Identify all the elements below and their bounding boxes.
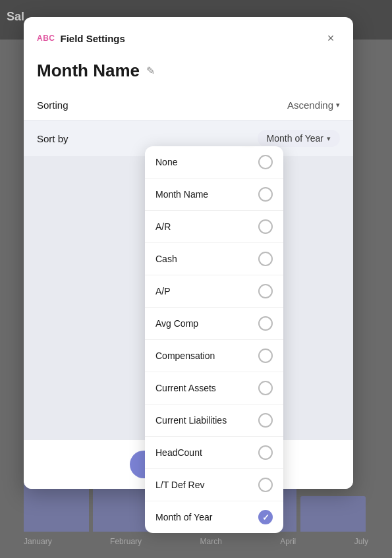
sort-by-chevron-icon: ▾ xyxy=(327,134,331,143)
x-label-jan: January xyxy=(24,537,52,546)
x-label-feb: February xyxy=(110,537,142,546)
checkmark-icon: ✓ xyxy=(262,513,269,522)
dropdown-item-month-name[interactable]: Month Name xyxy=(145,179,283,211)
dropdown-item-label: Month Name xyxy=(155,189,208,200)
dropdown-item-radio[interactable] xyxy=(258,155,273,169)
sort-by-value-text: Month of Year xyxy=(267,133,323,144)
dropdown-item-radio[interactable] xyxy=(258,284,273,298)
sort-by-label: Sort by xyxy=(37,133,258,144)
dropdown-item-avg-comp[interactable]: Avg Comp xyxy=(145,308,283,340)
dropdown-item-current-liabilities[interactable]: Current Liabilities xyxy=(145,405,283,437)
dropdown-item-label: Cash xyxy=(155,254,177,264)
modal-header-abc-label: ABC xyxy=(37,34,55,43)
sorting-label: Sorting xyxy=(37,99,287,111)
x-label-apr: April xyxy=(280,537,296,546)
dropdown-item-headcount[interactable]: HeadCount xyxy=(145,437,283,469)
sorting-value-text: Ascending xyxy=(287,99,333,111)
dropdown-item-ar[interactable]: A/R xyxy=(145,211,283,243)
dropdown-item-month-of-year[interactable]: Month of Year ✓ xyxy=(145,501,283,533)
dropdown-item-label: L/T Def Rev xyxy=(155,480,204,490)
sorting-chevron-icon: ▾ xyxy=(336,101,340,109)
dropdown-item-radio[interactable] xyxy=(258,478,273,492)
sorting-value[interactable]: Ascending ▾ xyxy=(287,99,340,111)
dropdown-item-radio[interactable] xyxy=(258,349,273,363)
dropdown-item-label: A/R xyxy=(155,221,171,232)
sort-by-dropdown[interactable]: Month of Year ▾ xyxy=(258,130,340,147)
dropdown-item-radio[interactable] xyxy=(258,187,273,202)
dropdown-item-radio[interactable] xyxy=(258,252,273,266)
dropdown-item-radio[interactable] xyxy=(258,381,273,395)
x-label-jul: July xyxy=(354,537,368,546)
dropdown-item-radio[interactable] xyxy=(258,445,273,460)
modal-header-title: Field Settings xyxy=(61,33,322,44)
dropdown-item-radio[interactable] xyxy=(258,219,273,234)
background-title: Sal xyxy=(7,10,24,24)
modal-header: ABC Field Settings × xyxy=(24,17,353,57)
sort-by-dropdown-popup: None Month Name A/R Cash A/P Avg Comp Co… xyxy=(145,146,283,533)
dropdown-item-radio-checked[interactable]: ✓ xyxy=(258,510,273,524)
dropdown-item-label: A/P xyxy=(155,286,171,296)
dropdown-item-none[interactable]: None xyxy=(145,146,283,179)
dropdown-item-label: Compensation xyxy=(155,350,215,361)
dropdown-item-label: Avg Comp xyxy=(155,318,198,329)
dropdown-item-current-assets[interactable]: Current Assets xyxy=(145,372,283,405)
x-label-mar: March xyxy=(200,537,222,546)
background-x-axis: January February March April July xyxy=(24,537,368,546)
modal-field-name-row: Month Name ✎ xyxy=(24,57,353,90)
dropdown-item-radio[interactable] xyxy=(258,413,273,428)
bar-5 xyxy=(300,496,366,532)
dropdown-item-label: None xyxy=(155,157,177,167)
dropdown-item-compensation[interactable]: Compensation xyxy=(145,340,283,372)
dropdown-item-cash[interactable]: Cash xyxy=(145,243,283,275)
dropdown-item-radio[interactable] xyxy=(258,316,273,331)
dropdown-item-ap[interactable]: A/P xyxy=(145,275,283,308)
dropdown-item-label: HeadCount xyxy=(155,447,202,458)
edit-field-name-icon[interactable]: ✎ xyxy=(146,65,155,77)
dropdown-item-label: Current Assets xyxy=(155,383,216,393)
field-name-text: Month Name xyxy=(37,61,140,81)
modal-close-button[interactable]: × xyxy=(322,29,340,47)
dropdown-item-lt-def-rev[interactable]: L/T Def Rev xyxy=(145,469,283,501)
sorting-row: Sorting Ascending ▾ xyxy=(24,90,353,120)
dropdown-item-label: Month of Year xyxy=(155,512,212,522)
dropdown-item-label: Current Liabilities xyxy=(155,415,227,426)
